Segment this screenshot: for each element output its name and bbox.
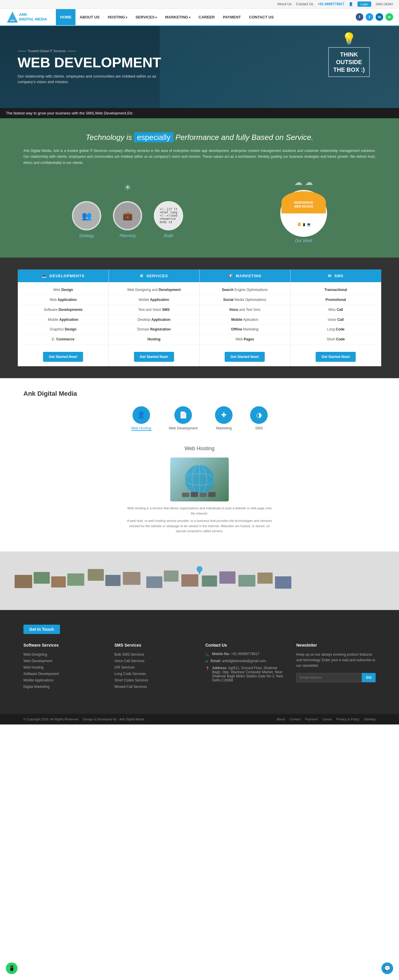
hero-badge: Trusted Global IT Services — [17, 49, 164, 52]
tech-heading-pre: Technology is — [86, 133, 132, 142]
nav-item-services[interactable]: SERVICES — [131, 9, 161, 25]
col-developments-header: 💻 DEVELOPMENTS — [18, 270, 108, 282]
list-item[interactable]: Long Code Services — [114, 671, 194, 676]
whatsapp-icon[interactable]: w — [386, 13, 393, 21]
logo[interactable]: ANK ANK DIGITAL MEDIA — [6, 11, 47, 24]
tab-web-development[interactable]: 📄 Web Development — [169, 406, 198, 431]
tab-web-hosting[interactable]: 👤 Web Hosting — [131, 406, 151, 431]
service-item: E- Commerce — [18, 334, 108, 345]
email-icon: ✉ — [205, 659, 208, 663]
top-bar: About Us Contact Us +91-9999779817 👤 Log… — [0, 0, 399, 8]
service-item: Transactional — [291, 285, 382, 295]
world-section — [0, 552, 399, 610]
list-item[interactable]: Web Designing — [24, 652, 103, 657]
sms-started-btn[interactable]: Get Started Now! — [316, 352, 356, 362]
list-item[interactable]: Voice Call Services — [114, 658, 194, 663]
service-item: Web Pages — [199, 334, 290, 345]
nav-item-home[interactable]: HOME — [56, 9, 75, 25]
footer-col-sms-title: SMS Services — [114, 643, 194, 648]
col-marketing-header: 📢 MARKETING — [199, 270, 290, 282]
bottom-link-sitemap[interactable]: SiteMap — [364, 718, 375, 721]
tab-marketing[interactable]: ✚ Marketing — [215, 406, 232, 431]
list-item[interactable]: Missed Call Services — [114, 684, 194, 689]
nav-item-hosting[interactable]: HOSTING — [103, 9, 131, 25]
topbar-phone: +91-9999779817 — [318, 2, 344, 6]
list-item[interactable]: Web Development — [24, 658, 103, 663]
tab-sms[interactable]: ◑ SMS — [250, 406, 268, 431]
list-item[interactable]: Digital Marketing — [24, 684, 103, 689]
bottom-link-payment[interactable]: Payment — [305, 718, 318, 721]
hero-subtitle: Our relationship with clients, employees… — [17, 73, 164, 85]
contact-email: ✉ Email: ankdigitalmedia@gmail.com — [205, 659, 285, 663]
service-item: Social Media Optimisations — [199, 295, 290, 305]
bottom-link-about[interactable]: About — [277, 718, 285, 721]
marketing-started-btn[interactable]: Get Started Now! — [225, 352, 265, 362]
service-item: Voice and Text Sms — [199, 305, 290, 315]
svg-rect-22 — [146, 576, 162, 588]
topbar-about-us[interactable]: About Us — [277, 2, 291, 6]
nav-item-contact[interactable]: CONTACT US — [245, 9, 278, 25]
service-item: Mobile Aplication — [199, 315, 290, 325]
services-icon: ⚙ — [140, 274, 144, 278]
col-services: ⚙ SERVICES Web Designing and Development… — [109, 270, 200, 366]
get-in-touch-section: Get In Touch Software Services Web Desig… — [0, 610, 399, 714]
bottom-bar: © Copyright 2016. All Rights Reserved. D… — [0, 714, 399, 724]
list-item[interactable]: IVR Services — [114, 665, 194, 670]
col-sms-label: SMS — [334, 274, 343, 278]
col-marketing: 📢 MARKETING Search Engine Optimisations … — [199, 270, 291, 366]
nav-item-marketing[interactable]: MARKETING — [161, 9, 195, 25]
tab-marketing-label: Marketing — [215, 426, 232, 430]
footer-col-newsletter-title: Newsletter — [296, 643, 375, 648]
tech-heading-highlight: especially — [134, 132, 173, 142]
bottom-link-privacy[interactable]: Privacy & Policy — [336, 718, 359, 721]
navbar: ANK ANK DIGITAL MEDIA HOME ABOUT US HOST… — [0, 8, 399, 26]
address-label: Address: — [212, 666, 227, 670]
bottom-link-career[interactable]: Career — [322, 718, 332, 721]
service-item: Domain Registration — [109, 325, 199, 334]
service-item: Web Application — [18, 295, 108, 305]
service-item: Software Developments — [18, 305, 108, 315]
sms-btn-area: Get Started Now! — [291, 347, 382, 366]
list-item[interactable]: Mobile Applications — [24, 678, 103, 682]
social-icons: f t in w — [356, 13, 393, 21]
linkedin-icon[interactable]: in — [375, 13, 383, 21]
nav-item-career[interactable]: CAREER — [194, 9, 219, 25]
sms-demo-link[interactable]: SMS DEMO — [375, 2, 393, 6]
lamp-icon: 💡 — [328, 32, 370, 46]
svg-rect-18 — [67, 573, 84, 586]
twitter-icon[interactable]: t — [366, 13, 373, 21]
world-map-svg — [0, 552, 399, 610]
bottom-link-contact[interactable]: Contact — [289, 718, 301, 721]
login-button[interactable]: Login — [358, 2, 371, 7]
svg-text:ANK: ANK — [10, 19, 15, 22]
email-input-row: GO — [296, 673, 375, 682]
list-item[interactable]: Short Codes Services — [114, 678, 194, 682]
nav-item-about[interactable]: ABOUT US — [75, 9, 103, 25]
circle-planning-img: 💼 — [113, 201, 142, 231]
col-developments: 💻 DEVELOPMENTS Web Design Web Applicatio… — [18, 270, 109, 366]
services-started-btn[interactable]: Get Started Now! — [134, 352, 174, 362]
circle-group: 👥 Strategy 💼 Planning — [72, 201, 183, 238]
email-go-button[interactable]: GO — [362, 673, 375, 682]
think-outside-text: THINKOUTSIDETHE BOX :) — [328, 47, 370, 77]
footer-col-contact: Contact Us 📞 Mobile No: +91 99999779817 … — [205, 643, 285, 690]
email-input[interactable] — [296, 673, 362, 682]
topbar-contact-us[interactable]: Contact Us — [296, 2, 313, 6]
developments-started-btn[interactable]: Get Started Now! — [43, 352, 83, 362]
hosting-globe-svg — [173, 460, 226, 498]
facebook-icon[interactable]: f — [356, 13, 363, 21]
svg-rect-16 — [33, 572, 50, 584]
list-item[interactable]: Web Hosting — [24, 665, 103, 670]
list-item[interactable]: Bulk SMS Services — [114, 652, 194, 657]
footer-col-software: Software Services Web Designing Web Deve… — [24, 643, 103, 690]
list-item[interactable]: Software Development — [24, 671, 103, 676]
tech-heading-post: Performance and fully Based on Service. — [175, 133, 313, 142]
nav-item-payment[interactable]: PAYMENT — [219, 9, 245, 25]
logo-text-line2: DIGITAL MEDIA — [19, 17, 47, 22]
circle-build-label: Build — [154, 233, 183, 238]
green-section: Technology is especially Performance and… — [0, 118, 399, 258]
tab-icons-row: 👤 Web Hosting 📄 Web Development ✚ Market… — [24, 406, 375, 431]
svg-rect-27 — [238, 575, 255, 587]
developments-items: Web Design Web Application Software Deve… — [18, 282, 108, 347]
service-item: Web Design — [18, 285, 108, 295]
